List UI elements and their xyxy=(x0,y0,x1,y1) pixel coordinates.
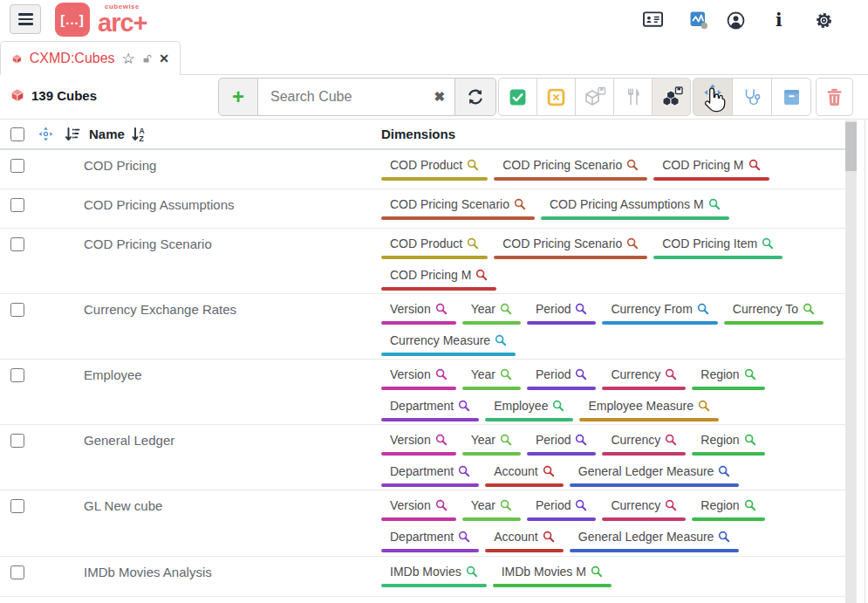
dimension-chip[interactable]: Region xyxy=(692,365,764,390)
search-icon[interactable] xyxy=(575,499,587,511)
cube-name[interactable]: COD Pricing Scenario xyxy=(84,229,381,293)
search-icon[interactable] xyxy=(575,368,587,380)
search-icon[interactable] xyxy=(458,465,470,477)
dimension-chip[interactable]: Year xyxy=(462,496,521,521)
cube-name[interactable]: Employee xyxy=(84,360,381,424)
dimension-chip[interactable]: Version xyxy=(381,365,456,390)
dimension-chip[interactable]: Department xyxy=(381,527,479,552)
dimension-chip[interactable]: COD Pricing Scenario xyxy=(494,155,647,181)
row-checkbox[interactable] xyxy=(10,499,24,513)
search-icon[interactable] xyxy=(552,400,564,412)
search-icon[interactable] xyxy=(575,434,587,446)
dimension-chip[interactable]: Currency xyxy=(602,430,686,456)
dimension-chip[interactable]: COD Pricing M xyxy=(381,265,496,291)
row-checkbox[interactable] xyxy=(10,198,24,212)
row-checkbox[interactable] xyxy=(10,237,24,251)
dimension-chip[interactable]: Version xyxy=(381,299,456,325)
save-all-cubes-button[interactable] xyxy=(652,78,691,116)
dimension-chip[interactable]: COD Pricing Scenario xyxy=(381,195,535,220)
arc-logo[interactable]: [...] xyxy=(55,3,90,37)
dimension-chip[interactable]: Year xyxy=(462,365,521,390)
search-icon[interactable] xyxy=(744,499,756,511)
search-icon[interactable] xyxy=(435,368,448,380)
row-checkbox[interactable] xyxy=(10,159,24,173)
cube-name[interactable]: GL New cube xyxy=(84,490,381,556)
search-icon[interactable] xyxy=(495,334,507,346)
search-icon[interactable] xyxy=(500,499,512,511)
dimension-chip[interactable]: IMDb Movies xyxy=(381,562,487,587)
unlock-icon[interactable] xyxy=(142,51,152,66)
search-icon[interactable] xyxy=(665,368,677,380)
search-icon[interactable] xyxy=(708,198,721,210)
dimension-chip[interactable]: General Ledger Measure xyxy=(570,527,740,552)
dimension-chip[interactable]: COD Pricing Assumptions M xyxy=(541,195,729,220)
dimension-chip[interactable]: Version xyxy=(381,496,456,521)
dimension-chip[interactable]: Region xyxy=(692,430,764,456)
check-square-button[interactable] xyxy=(498,78,537,116)
move-columns-icon[interactable] xyxy=(38,126,54,142)
search-icon[interactable] xyxy=(744,368,756,380)
dimension-chip[interactable]: COD Pricing Item xyxy=(653,234,783,259)
search-icon[interactable] xyxy=(458,400,470,412)
dimension-chip[interactable]: Currency From xyxy=(602,299,717,325)
dimension-chip[interactable]: COD Pricing Scenario xyxy=(494,234,647,259)
cube-name[interactable]: COD Pricing Assumptions xyxy=(84,189,381,228)
dimension-chip[interactable]: Currency xyxy=(602,496,686,521)
dimension-chip[interactable]: Period xyxy=(527,365,596,390)
search-icon[interactable] xyxy=(665,434,677,446)
favorite-star-icon[interactable]: ☆ xyxy=(122,51,135,66)
cube-name[interactable]: Currency Exchange Rates xyxy=(84,294,381,359)
x-square-button[interactable] xyxy=(537,78,576,116)
refresh-button[interactable] xyxy=(455,79,496,115)
search-icon[interactable] xyxy=(475,269,488,281)
close-tab-icon[interactable]: ✕ xyxy=(159,51,169,65)
row-checkbox[interactable] xyxy=(10,434,24,448)
row-checkbox[interactable] xyxy=(10,565,24,579)
add-cube-button[interactable]: + xyxy=(219,79,257,115)
sort-alpha-icon[interactable]: AZ xyxy=(130,126,147,143)
search-icon[interactable] xyxy=(500,303,512,315)
dimension-chip[interactable]: Employee xyxy=(485,396,573,421)
archive-button[interactable] xyxy=(771,78,811,116)
delete-button[interactable] xyxy=(816,78,853,116)
dimension-chip[interactable]: Region xyxy=(692,496,764,521)
dimension-chip[interactable]: General Ledger Measure xyxy=(570,462,740,487)
search-icon[interactable] xyxy=(467,159,479,171)
search-icon[interactable] xyxy=(803,303,815,315)
search-icon[interactable] xyxy=(718,531,730,543)
utensils-button[interactable] xyxy=(613,78,653,116)
dimension-chip[interactable]: COD Pricing M xyxy=(653,155,769,181)
dimension-chip[interactable]: COD Product xyxy=(381,234,488,259)
sort-amount-icon[interactable] xyxy=(64,126,81,143)
dimension-chip[interactable]: Period xyxy=(527,299,596,325)
search-icon[interactable] xyxy=(762,237,774,250)
settings-gear-icon[interactable] xyxy=(815,11,833,30)
search-icon[interactable] xyxy=(458,531,470,543)
info-icon[interactable]: i xyxy=(776,11,783,29)
search-icon[interactable] xyxy=(467,237,479,250)
cube-name[interactable]: COD Pricing xyxy=(84,150,381,188)
search-icon[interactable] xyxy=(435,434,448,446)
search-icon[interactable] xyxy=(514,198,526,210)
dimension-chip[interactable]: Version xyxy=(381,430,456,456)
search-input[interactable] xyxy=(258,79,455,115)
vertical-scrollbar[interactable] xyxy=(845,120,857,603)
search-icon[interactable] xyxy=(591,565,603,578)
search-icon[interactable] xyxy=(543,465,555,477)
search-icon[interactable] xyxy=(748,159,761,171)
user-icon[interactable] xyxy=(727,11,745,30)
search-icon[interactable] xyxy=(466,565,478,578)
dimension-chip[interactable]: Currency To xyxy=(724,299,824,325)
dimension-chip[interactable]: COD Product xyxy=(381,155,488,181)
hamburger-menu-button[interactable] xyxy=(10,4,41,34)
search-icon[interactable] xyxy=(575,303,587,315)
dimension-chip[interactable]: Department xyxy=(381,462,479,487)
search-icon[interactable] xyxy=(665,499,677,511)
tab-cxmd-cubes[interactable]: CXMD:Cubes ☆ ✕ xyxy=(0,41,181,75)
row-checkbox[interactable] xyxy=(10,303,24,317)
id-card-icon[interactable] xyxy=(643,11,663,27)
clear-search-icon[interactable]: ✖ xyxy=(434,90,445,103)
dimension-chip[interactable]: Period xyxy=(527,430,596,456)
select-all-checkbox[interactable] xyxy=(10,127,24,141)
dimension-chip[interactable]: IMDb Movies M xyxy=(493,562,612,587)
